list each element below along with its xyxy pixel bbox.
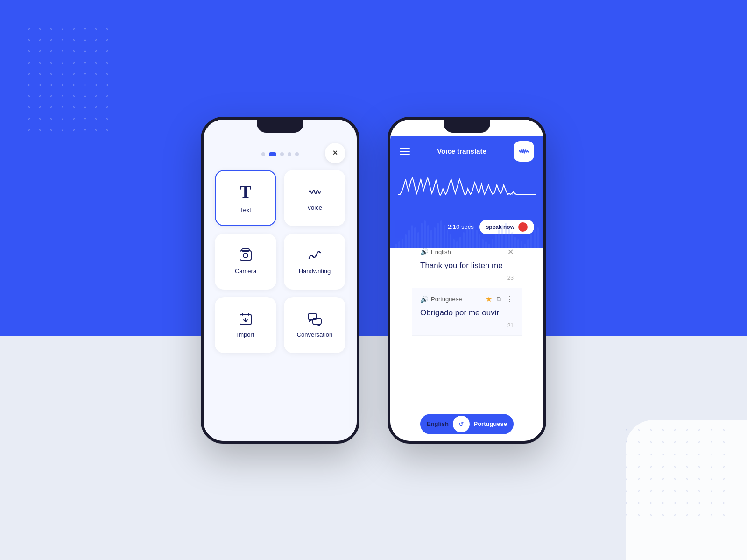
voice-label: Voice <box>307 204 322 211</box>
hamburger-line-2 <box>400 151 410 152</box>
source-close-button[interactable]: ✕ <box>507 248 514 256</box>
svg-point-2 <box>243 253 248 258</box>
phones-container: × T Text <box>201 117 546 444</box>
copy-icon[interactable]: ⧉ <box>497 295 501 303</box>
hamburger-menu[interactable] <box>400 148 410 155</box>
menu-item-voice[interactable]: Voice <box>284 170 345 226</box>
source-language-name: English <box>431 248 451 255</box>
source-card-header: 🔊 English ✕ <box>420 248 514 256</box>
waveform-icon <box>518 146 529 157</box>
text-label: Text <box>240 206 251 213</box>
svg-rect-4 <box>308 313 317 320</box>
more-options-icon[interactable]: ⋮ <box>506 295 514 304</box>
target-card-header: 🔊 Portuguese ★ ⧉ ⋮ <box>420 295 514 304</box>
target-language-name: Portuguese <box>431 296 462 303</box>
target-char-count: 21 <box>420 322 514 329</box>
phone-menu-inner: × T Text <box>204 120 357 441</box>
target-sound-icon[interactable]: 🔊 <box>420 296 428 303</box>
text-icon: T <box>240 182 251 202</box>
menu-item-camera[interactable]: Camera <box>215 234 276 290</box>
bar-chart-bg <box>390 220 543 248</box>
camera-label: Camera <box>235 268 256 275</box>
source-lang-label: 🔊 English <box>420 248 451 255</box>
handwriting-icon <box>307 248 322 263</box>
handwriting-label: Handwriting <box>299 268 331 275</box>
waveform-area: 2:10 secs speak now <box>390 166 543 248</box>
menu-item-text[interactable]: T Text <box>215 170 276 226</box>
hamburger-line-3 <box>400 154 410 155</box>
page-dot-1 <box>261 152 265 156</box>
svg-rect-1 <box>242 249 249 251</box>
voice-icon <box>307 184 322 199</box>
phone-voice-inner: Voice translate 2 <box>390 120 543 441</box>
target-translation-card: 🔊 Portuguese ★ ⧉ ⋮ Obrigado por me ouvir… <box>412 288 522 336</box>
pagination-dots <box>261 152 299 156</box>
target-lang-toggle-btn[interactable]: Portuguese <box>473 420 511 427</box>
page-dot-5 <box>295 152 299 156</box>
menu-item-handwriting[interactable]: Handwriting <box>284 234 345 290</box>
camera-icon <box>238 248 253 263</box>
conversation-label: Conversation <box>297 331 333 338</box>
translation-content: 🔊 English ✕ Thank you for listen me 23 🔊… <box>412 241 522 441</box>
phone-menu: × T Text <box>201 117 359 444</box>
page-dot-2-active <box>269 152 276 156</box>
toggle-knob[interactable]: ↺ <box>453 416 470 432</box>
bottom-language-bar: English ↺ Portuguese <box>412 407 522 441</box>
import-label: Import <box>237 331 254 338</box>
target-lang-label: 🔊 Portuguese <box>420 296 462 303</box>
svg-rect-0 <box>240 251 251 260</box>
menu-item-import[interactable]: Import <box>215 297 276 353</box>
svg-rect-5 <box>313 318 321 325</box>
close-button[interactable]: × <box>325 143 345 163</box>
language-toggle[interactable]: English ↺ Portuguese <box>420 414 514 434</box>
card-actions: ★ ⧉ ⋮ <box>486 295 514 304</box>
hamburger-line-1 <box>400 148 410 149</box>
favorite-star-icon[interactable]: ★ <box>486 295 492 304</box>
page-dot-3 <box>280 152 284 156</box>
main-waveform <box>398 176 536 213</box>
import-icon <box>238 312 253 326</box>
source-text: Thank you for listen me <box>420 260 514 271</box>
voice-waveform-button[interactable] <box>514 141 534 162</box>
target-text: Obrigado por me ouvir <box>420 307 514 319</box>
source-sound-icon[interactable]: 🔊 <box>420 248 428 255</box>
menu-grid: T Text Voice Camer <box>204 170 357 353</box>
source-char-count: 23 <box>420 275 514 281</box>
dot-pattern-right: const dr = document.querySelector('.dots… <box>626 429 719 523</box>
voice-header: Voice translate <box>390 136 543 166</box>
close-icon: × <box>333 148 338 158</box>
conversation-icon <box>307 312 322 326</box>
phone-voice-translate: Voice translate 2 <box>388 117 546 444</box>
voice-translate-title: Voice translate <box>437 147 486 155</box>
source-lang-toggle-btn[interactable]: English <box>423 420 449 427</box>
swap-icon: ↺ <box>458 420 464 428</box>
page-dot-4 <box>288 152 291 156</box>
menu-item-conversation[interactable]: Conversation <box>284 297 345 353</box>
dot-pattern-left: const dl = document.querySelector('.dots… <box>28 28 103 168</box>
spacer <box>412 336 522 406</box>
